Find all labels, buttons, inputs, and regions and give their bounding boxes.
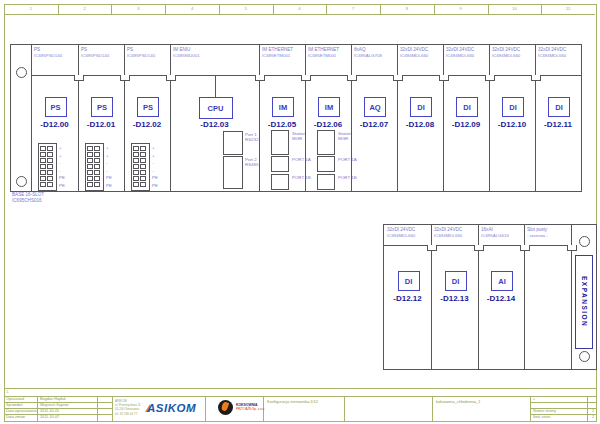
module-symbol: PS <box>45 97 67 117</box>
module-type-label: 32xDI 24VDC <box>400 47 428 52</box>
page-info-value <box>587 397 596 402</box>
im-port-label: Station MGR <box>338 131 352 142</box>
terminal-point-icon <box>133 158 139 163</box>
rack-main: PSIC695PSD140PS-D12.00+ + - - PE PEPSIC6… <box>10 44 582 192</box>
terminal-point-icon <box>140 158 146 163</box>
module-divider <box>351 45 352 191</box>
im-port <box>317 156 335 172</box>
ps-terminal-labels: + + - - PE PE <box>152 144 158 189</box>
im-port <box>271 130 289 155</box>
meta-label: Data zmian <box>5 415 38 421</box>
ruler-tick <box>111 4 112 14</box>
titleblock-meta-row: Data zmian2011-10-07 <box>5 415 97 421</box>
customer-subname: PRZYJAŹŃ Sp. z o.o. <box>236 407 265 411</box>
module-type-label: 16xAI <box>481 227 493 232</box>
terminal-point-icon <box>140 176 146 181</box>
module-part-number: IC694MDL660 <box>492 53 520 58</box>
mounting-hole-icon <box>16 67 27 78</box>
module-latch-icon <box>439 75 449 81</box>
terminal-point-icon <box>47 164 53 169</box>
terminal-point-icon <box>40 146 46 151</box>
ruler-tick <box>488 4 489 14</box>
titleblock-meta: OpracowałBogdan HajdukSprawdziłWojciech … <box>5 397 98 421</box>
module-type-label: 32xDI 24VDC <box>446 47 474 52</box>
module-tag: -D12.03 <box>170 120 259 129</box>
module-latch-icon <box>520 245 530 251</box>
terminal-point-icon <box>94 146 100 151</box>
mounting-hole-icon <box>579 236 590 247</box>
cpu-port-label: Port 1 RS232 <box>245 132 258 143</box>
module-symbol: PS <box>137 97 159 117</box>
module-type-label: 32xDI 24VDC <box>434 227 462 232</box>
module-latch-icon <box>255 75 265 81</box>
module-type-label: Slot pusty <box>527 227 547 232</box>
asikom-logo-text: ASIKOM <box>147 402 196 414</box>
module-part-number: IC694MDL660 <box>538 53 566 58</box>
rack-expansion: 32xDI 24VDCIC694MDL660DI-D12.1232xDI 24V… <box>383 224 597 370</box>
module-tag: -D12.09 <box>443 120 489 129</box>
ruler-number: 10 <box>512 6 516 11</box>
meta-label: Opracował <box>5 397 38 402</box>
terminal-point-icon <box>94 182 100 187</box>
page-info-value: 2 <box>587 409 596 414</box>
module-divider <box>443 45 444 191</box>
terminal-point-icon <box>133 176 139 181</box>
meta-value: Wojciech Kapron <box>38 403 97 408</box>
strip-divider <box>31 45 32 191</box>
meta-value: 2011-10-07 <box>38 415 97 421</box>
terminal-point-icon <box>133 182 139 187</box>
terminal-point-icon <box>140 146 146 151</box>
module-type-label: 32xDI 24VDC <box>387 227 415 232</box>
module-tag: -D12.06 <box>305 120 351 129</box>
meta-value: Bogdan Hajduk <box>38 397 97 402</box>
module-symbol: IM <box>272 97 294 117</box>
module-tag: -D12.01 <box>78 120 124 129</box>
im-port <box>317 174 335 190</box>
module-tag: -D12.11 <box>535 120 581 129</box>
im-port-label: PORT 1B <box>338 175 357 180</box>
module-divider <box>170 45 171 191</box>
module-divider <box>305 45 306 191</box>
terminal-point-icon <box>140 170 146 175</box>
module-symbol: DI <box>445 271 467 291</box>
cpu-port <box>223 156 243 189</box>
ruler-tick <box>326 4 327 14</box>
ruler-number: 2 <box>83 6 85 11</box>
module-part-number: IC694MDL660 <box>387 233 415 238</box>
page-info-value <box>587 403 596 408</box>
backplane-bus-line <box>215 75 216 97</box>
module-type-label: PS <box>127 47 133 52</box>
terminal-point-icon <box>47 146 53 151</box>
ruler-tick <box>541 4 542 14</box>
terminal-point-icon <box>133 170 139 175</box>
ps-terminal-labels: + + - - PE PE <box>59 144 65 189</box>
ruler-tick <box>219 4 220 14</box>
module-tag: -D12.08 <box>397 120 443 129</box>
terminal-point-icon <box>140 164 146 169</box>
module-divider <box>397 45 398 191</box>
module-type-label: PS <box>81 47 87 52</box>
terminal-point-icon <box>47 152 53 157</box>
module-symbol: DI <box>456 97 478 117</box>
company-address: ASIKOMul. Przemysłowa 1141-200 Sosnowiec… <box>115 399 141 416</box>
mounting-hole-icon <box>16 176 27 187</box>
terminal-point-icon <box>40 176 46 181</box>
titleblock-company: ASIKOMul. Przemysłowa 1141-200 Sosnowiec… <box>113 397 206 421</box>
module-symbol: PS <box>91 97 113 117</box>
base-label: BASE 16-SLOT IC695CHS016 <box>12 192 44 204</box>
terminal-point-icon <box>40 164 46 169</box>
module-latch-icon <box>301 75 311 81</box>
drawing-title: Konfiguracja sterownika D12 <box>267 399 318 404</box>
module-latch-icon <box>74 75 84 81</box>
flame-icon <box>221 401 229 411</box>
module-part-number: IC695ETM001 <box>262 53 290 58</box>
koksownia-logo-text: KOKSOWNIA PRZYJAŹŃ Sp. z o.o. <box>236 403 265 411</box>
module-divider <box>78 45 79 191</box>
expansion-connector: EXPANSION <box>575 255 593 349</box>
terminal-point-icon <box>133 152 139 157</box>
im-port <box>317 130 335 155</box>
terminal-point-icon <box>94 158 100 163</box>
frame-divider-line <box>4 388 596 389</box>
titleblock-spare <box>345 397 433 421</box>
module-part-number: IC695ETM001 <box>308 53 336 58</box>
